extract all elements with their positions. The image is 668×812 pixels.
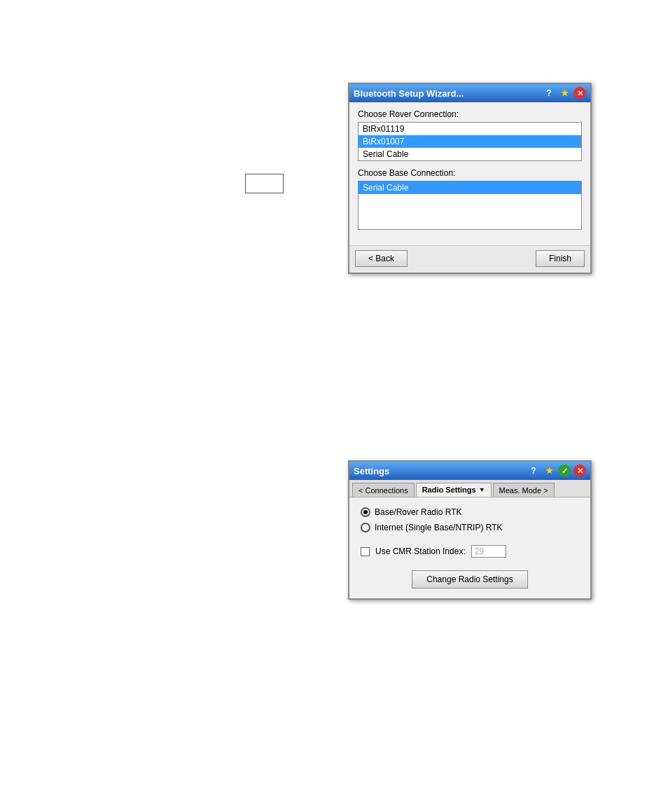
rover-item-2[interactable]: Serial Cable <box>359 148 581 160</box>
close-icon[interactable]: ✕ <box>573 87 586 99</box>
settings-check-icon[interactable]: ✓ <box>558 465 571 477</box>
settings-tabs: < Connections Radio Settings ▼ Meas. Mod… <box>349 480 590 497</box>
bluetooth-dialog-title: Bluetooth Setup Wizard... <box>354 88 543 99</box>
settings-dialog: Settings ? ★ ✓ ✕ < Connections Radio Set… <box>348 460 592 600</box>
settings-star-icon[interactable]: ★ <box>543 465 555 477</box>
cmr-input[interactable] <box>471 545 506 558</box>
settings-titlebar: Settings ? ★ ✓ ✕ <box>349 462 590 480</box>
tab-radio-settings[interactable]: Radio Settings ▼ <box>416 483 492 497</box>
help-icon[interactable]: ? <box>543 87 555 99</box>
settings-help-icon[interactable]: ? <box>527 465 540 477</box>
bluetooth-titlebar-icons: ? ★ ✕ <box>543 87 586 99</box>
radio-option-base-rover[interactable]: Base/Rover Radio RTK <box>361 507 579 517</box>
rover-item-0[interactable]: BtRx01119 <box>359 123 581 135</box>
settings-dialog-title: Settings <box>354 466 527 476</box>
back-button[interactable]: < Back <box>355 250 408 267</box>
rover-item-1[interactable]: BtRx01007 <box>359 135 581 148</box>
radio-label-base-rover: Base/Rover Radio RTK <box>375 507 462 517</box>
rover-connection-label: Choose Rover Connection: <box>358 109 582 119</box>
change-radio-settings-button[interactable]: Change Radio Settings <box>412 570 527 589</box>
dropdown-arrow-icon: ▼ <box>479 486 485 493</box>
settings-close-icon[interactable]: ✕ <box>573 465 586 477</box>
cmr-checkbox[interactable] <box>361 547 370 556</box>
rtk-radio-group: Base/Rover Radio RTK Internet (Single Ba… <box>361 507 579 532</box>
finish-button[interactable]: Finish <box>536 250 585 267</box>
base-connection-label: Choose Base Connection: <box>358 168 582 178</box>
bluetooth-titlebar: Bluetooth Setup Wizard... ? ★ ✕ <box>349 84 590 102</box>
radio-option-internet[interactable]: Internet (Single Base/NTRIP) RTK <box>361 523 579 532</box>
radio-label-internet: Internet (Single Base/NTRIP) RTK <box>375 523 503 532</box>
cmr-label: Use CMR Station Index: <box>375 546 466 556</box>
tab-meas-mode[interactable]: Meas. Mode > <box>493 483 555 497</box>
settings-titlebar-icons: ? ★ ✓ ✕ <box>527 465 586 477</box>
radio-circle-internet <box>361 523 370 532</box>
base-item-0[interactable]: Serial Cable <box>359 181 581 194</box>
tab-connections[interactable]: < Connections <box>352 483 415 497</box>
rover-connection-list[interactable]: BtRx01119 BtRx01007 Serial Cable <box>358 122 582 161</box>
star-icon[interactable]: ★ <box>558 87 571 99</box>
base-connection-list[interactable]: Serial Cable <box>358 181 582 230</box>
empty-rectangle <box>245 174 284 193</box>
settings-body: Base/Rover Radio RTK Internet (Single Ba… <box>349 497 590 598</box>
bluetooth-setup-wizard-dialog: Bluetooth Setup Wizard... ? ★ ✕ Choose R… <box>348 83 592 274</box>
cmr-station-row: Use CMR Station Index: <box>361 545 579 558</box>
radio-circle-base-rover <box>361 507 370 517</box>
tab-radio-settings-label: Radio Settings <box>422 486 476 494</box>
bluetooth-dialog-footer: < Back Finish <box>349 245 590 273</box>
bluetooth-dialog-body: Choose Rover Connection: BtRx01119 BtRx0… <box>349 102 590 245</box>
